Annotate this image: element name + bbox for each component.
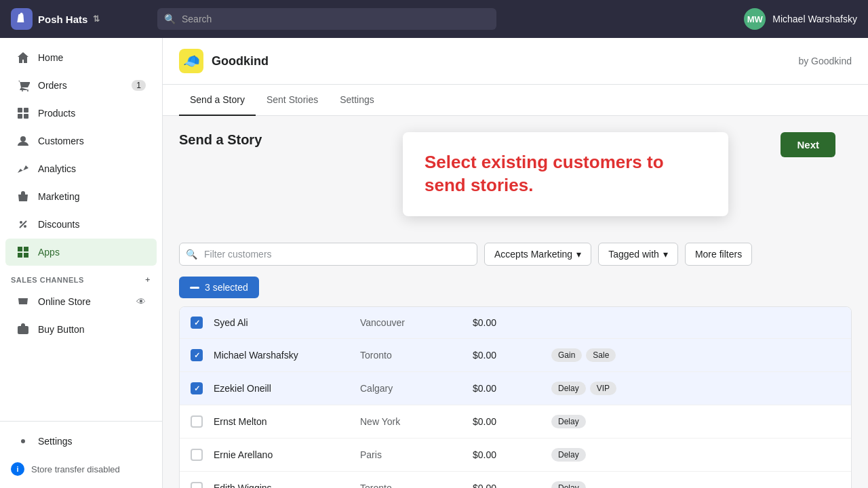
customer-checkbox-3[interactable] <box>191 382 203 394</box>
table-row[interactable]: Syed Ali Vancouver $0.00 <box>180 307 851 339</box>
customer-location-6: Toronto <box>360 483 462 488</box>
accepts-marketing-label: Accepts Marketing <box>494 249 572 260</box>
sidebar-label-apps: Apps <box>38 247 60 258</box>
table-row[interactable]: Ezekiel Oneill Calgary $0.00 Delay VIP <box>180 372 851 405</box>
svg-point-4 <box>20 136 26 142</box>
sidebar-label-products: Products <box>38 108 75 119</box>
customer-location-2: Toronto <box>360 350 462 361</box>
customer-checkbox-6[interactable] <box>191 482 203 488</box>
table-row[interactable]: Ernst Melton New York $0.00 Delay <box>180 405 851 439</box>
customer-checkbox-5[interactable] <box>191 449 203 461</box>
topbar: Posh Hats ⇅ 🔍 MW Michael Warshafsky <box>0 0 868 38</box>
online-store-visibility-icon: 👁 <box>136 296 146 307</box>
app-name: Goodkind <box>212 54 269 68</box>
user-name: Michael Warshafsky <box>772 14 857 24</box>
more-filters-button[interactable]: More filters <box>685 243 752 266</box>
sidebar-label-home: Home <box>38 52 63 63</box>
tab-settings[interactable]: Settings <box>329 85 385 116</box>
store-selector-chevron: ⇅ <box>93 14 100 24</box>
tagged-with-filter[interactable]: Tagged with ▾ <box>598 243 678 266</box>
next-button[interactable]: Next <box>781 132 835 157</box>
sidebar-item-buy-button[interactable]: Buy Button <box>5 316 157 343</box>
svg-rect-3 <box>24 114 28 119</box>
discounts-icon <box>16 218 30 231</box>
customer-tags-6: Delay <box>551 481 586 488</box>
customer-checkbox-2[interactable] <box>191 349 203 361</box>
store-transfer-notice: i Store transfer disabled <box>0 455 162 483</box>
table-row[interactable]: Ernie Arellano Paris $0.00 Delay <box>180 439 851 472</box>
selected-badge[interactable]: 3 selected <box>179 277 259 298</box>
orders-icon <box>16 79 30 92</box>
customer-name-3: Ezekiel Oneill <box>214 383 349 394</box>
sidebar-item-customers[interactable]: Customers <box>5 127 157 155</box>
svg-rect-0 <box>18 108 22 113</box>
svg-point-9 <box>21 439 25 443</box>
tab-sent-stories[interactable]: Sent Stories <box>256 85 329 116</box>
sidebar-item-orders[interactable]: Orders 1 <box>5 72 157 99</box>
top-search-input[interactable] <box>157 8 496 30</box>
accepts-marketing-filter[interactable]: Accepts Marketing ▾ <box>484 243 591 266</box>
sidebar-item-discounts[interactable]: Discounts <box>5 211 157 238</box>
accepts-marketing-chevron: ▾ <box>576 249 581 260</box>
marketing-icon <box>16 190 30 203</box>
table-row[interactable]: Michael Warshafsky Toronto $0.00 Gain Sa… <box>180 339 851 372</box>
tagged-with-label: Tagged with <box>608 249 659 260</box>
sidebar-item-marketing[interactable]: Marketing <box>5 183 157 210</box>
customer-amount-6: $0.00 <box>473 483 540 488</box>
store-transfer-label: Store transfer disabled <box>31 464 120 474</box>
customer-search-icon: 🔍 <box>186 249 197 260</box>
top-search-area: 🔍 <box>157 8 496 30</box>
tag-delay-6: Delay <box>551 481 586 488</box>
tooltip-text: Select existing customers to send storie… <box>425 151 707 197</box>
tag-gain: Gain <box>551 348 582 362</box>
svg-point-6 <box>24 225 26 228</box>
tag-delay-5: Delay <box>551 448 586 462</box>
svg-point-5 <box>20 221 22 224</box>
customer-tags-4: Delay <box>551 415 586 428</box>
sidebar-nav: Home Orders 1 Products Customers <box>0 38 162 421</box>
customer-search-area: 🔍 <box>179 243 477 266</box>
home-icon <box>16 51 30 64</box>
sidebar-item-apps[interactable]: Apps <box>5 239 157 266</box>
customer-tags-3: Delay VIP <box>551 382 616 395</box>
filter-bar: 🔍 Accepts Marketing ▾ Tagged with ▾ More… <box>179 243 852 266</box>
tab-send-story[interactable]: Send a Story <box>179 85 256 116</box>
add-sales-channel-icon[interactable]: ＋ <box>144 274 152 285</box>
customer-amount-3: $0.00 <box>473 383 540 394</box>
tag-sale: Sale <box>586 348 616 362</box>
main-content: 🧢 Goodkind by Goodkind Send a Story Sent… <box>163 38 868 488</box>
sales-channels-section: SALES CHANNELS ＋ <box>0 266 162 287</box>
sidebar-item-online-store[interactable]: Online Store 👁 <box>5 288 157 315</box>
tabs-bar: Send a Story Sent Stories Settings <box>163 85 868 116</box>
sidebar-label-marketing: Marketing <box>38 191 79 202</box>
user-menu[interactable]: MW Michael Warshafsky <box>744 8 857 30</box>
sidebar-label-discounts: Discounts <box>38 219 79 230</box>
customer-amount-1: $0.00 <box>473 317 540 328</box>
store-name: Posh Hats <box>38 14 87 25</box>
sidebar-item-settings[interactable]: Settings <box>5 428 157 455</box>
sidebar: Home Orders 1 Products Customers <box>0 38 163 488</box>
table-row[interactable]: Edith Wiggins Toronto $0.00 Delay <box>180 472 851 488</box>
customer-checkbox-1[interactable] <box>191 317 203 329</box>
sidebar-item-analytics[interactable]: Analytics <box>5 155 157 182</box>
sidebar-label-buy-button: Buy Button <box>38 324 85 335</box>
store-selector[interactable]: Posh Hats ⇅ <box>11 8 146 30</box>
customer-tags-2: Gain Sale <box>551 348 616 362</box>
sidebar-label-customers: Customers <box>38 136 84 146</box>
sidebar-item-products[interactable]: Products <box>5 100 157 127</box>
settings-icon <box>16 434 30 448</box>
products-icon <box>16 106 30 120</box>
tag-delay: Delay <box>551 382 586 395</box>
sidebar-label-online-store: Online Store <box>38 296 91 307</box>
selected-count: 3 selected <box>205 282 248 293</box>
customer-location-1: Vancouver <box>360 317 462 328</box>
customer-amount-4: $0.00 <box>473 416 540 427</box>
content-area: Send a Story Next Select existing custom… <box>163 116 868 488</box>
sidebar-item-home[interactable]: Home <box>5 44 157 71</box>
customer-checkbox-4[interactable] <box>191 415 203 428</box>
tooltip-popup: Select existing customers to send storie… <box>403 132 728 216</box>
shopify-logo <box>11 8 33 30</box>
customer-search-input[interactable] <box>179 243 477 266</box>
customer-name-2: Michael Warshafsky <box>214 350 349 361</box>
orders-badge: 1 <box>132 80 146 91</box>
